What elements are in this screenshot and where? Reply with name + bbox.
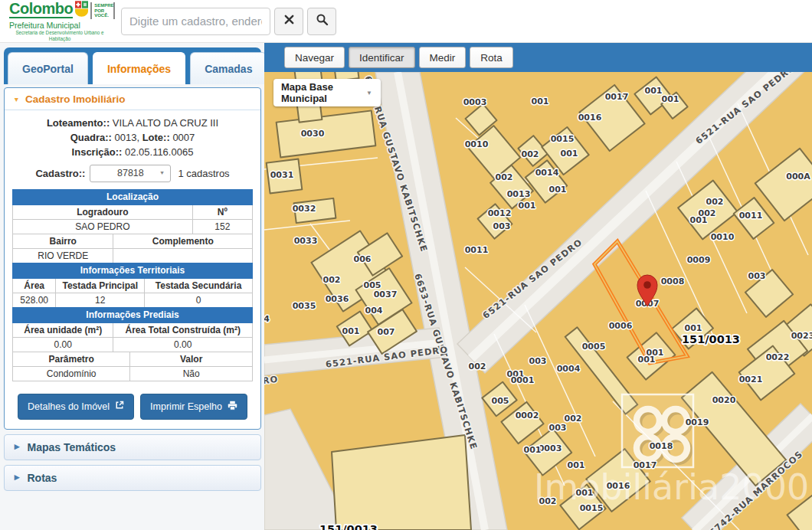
- parcel-label: 007: [378, 327, 395, 337]
- parcel-label: 001: [342, 326, 360, 336]
- detalhes-imovel-button[interactable]: Detalhes do Imóvel: [18, 394, 134, 420]
- parcel-label: 006: [354, 254, 372, 264]
- city-shield-icon: [75, 1, 88, 20]
- parcel-label: 003: [748, 271, 766, 281]
- cadastro-row: Cadastro:: 87818 ▼ 1 cadastros: [12, 165, 253, 182]
- parcel-label: 0037: [374, 290, 398, 299]
- parcel-label: 0005: [582, 342, 606, 352]
- parcel-label: 0015: [551, 134, 575, 144]
- clear-search-button[interactable]: [274, 8, 303, 35]
- parcel-label: 0014: [535, 168, 559, 178]
- cadastro-panel-header[interactable]: ▼ Cadastro Imobiliário: [5, 88, 260, 110]
- parcel-label: 0004: [557, 364, 581, 374]
- search-icon: [316, 13, 329, 29]
- accordion-mapas-tematicos[interactable]: ▶ Mapas Temáticos: [4, 434, 261, 460]
- search-input[interactable]: [121, 8, 270, 35]
- search-group: [121, 8, 336, 35]
- parcel-label: 001: [662, 94, 679, 104]
- parcel-label: 0010: [711, 232, 735, 242]
- parcel-label: 001: [685, 323, 702, 333]
- parcel-label: 151/0013: [682, 333, 740, 345]
- printer-icon: [228, 401, 237, 413]
- parcel-label: 0003: [539, 443, 562, 453]
- parcel-label: 001: [690, 215, 708, 225]
- parcel-label: 0002: [516, 411, 539, 420]
- parcel-label: 002: [706, 197, 724, 207]
- parcel-label: 0022: [766, 352, 790, 362]
- close-icon: [283, 14, 295, 28]
- cadastro-select[interactable]: 87818 ▼: [90, 165, 171, 182]
- prediais-table: Informações Prediais Área unidade (m²) Á…: [12, 307, 253, 352]
- parcel-label: 001: [645, 86, 663, 96]
- sidebar: GeoPortal Informações Camadas ▼ Cadastro…: [0, 43, 264, 530]
- cadastro-panel: ▼ Cadastro Imobiliário Loteamento:: VILA…: [4, 87, 261, 430]
- parcel-label: 0020: [712, 395, 736, 405]
- parcel-label: 000A: [786, 172, 810, 182]
- parcel-label: 002: [539, 496, 557, 506]
- map-area: Navegar Identificar Medir Rota: [264, 43, 812, 530]
- top-header: Colombo SEMPRE POR VOCÊ. Prefeitura Muni…: [0, 0, 812, 43]
- parcel-label: 0012: [488, 208, 512, 218]
- parcel-label: 002: [469, 362, 486, 371]
- accordion-rotas[interactable]: ▶ Rotas: [4, 465, 261, 491]
- parcel-label: 0009: [687, 255, 711, 265]
- territoriais-table: Informações Territoriais Área Testada Pr…: [12, 263, 253, 308]
- imprimir-espelho-button[interactable]: Imprimir Espelho: [140, 394, 247, 420]
- parcel-label: 0018: [650, 441, 673, 451]
- parcel-label: 002: [496, 172, 513, 182]
- parcel-label: 005: [492, 396, 509, 406]
- parcel-label: 003: [529, 356, 547, 366]
- parcel-label: 0023: [791, 331, 812, 341]
- parcel-label: 0011: [465, 245, 489, 255]
- tool-identificar-button[interactable]: Identificar: [349, 47, 415, 68]
- parcel-label: 0019: [686, 417, 709, 427]
- colombo-logo: Colombo SEMPRE POR VOCÊ. Prefeitura Muni…: [9, 1, 110, 42]
- parcel-label: 0021: [739, 375, 763, 384]
- parcel-label: 002: [565, 414, 582, 424]
- tool-medir-button[interactable]: Medir: [419, 47, 467, 68]
- basemap-select[interactable]: Mapa Base Municipal ▼: [273, 79, 381, 106]
- parcel-label: 4: [264, 314, 270, 324]
- parcel-label: 151/0013: [319, 523, 378, 530]
- chevron-down-icon: ▼: [159, 170, 165, 176]
- parcel-label: 0032: [293, 204, 316, 214]
- tab-camadas[interactable]: Camadas: [190, 52, 267, 84]
- parcel-label: 0003: [463, 97, 487, 107]
- parcel-label: 001: [524, 445, 542, 455]
- parcel-label: 001: [549, 185, 567, 195]
- map-svg[interactable]: Imobiliária2000 6653-RUA GUSTAVO KABITSC…: [264, 72, 812, 530]
- parcel-label: 001: [568, 460, 585, 470]
- chevron-down-icon: ▼: [366, 90, 372, 97]
- bairro-table: Bairro Complemento RIO VERDE: [12, 234, 253, 263]
- parcel-label: 002: [323, 275, 341, 285]
- parcel-label: 001: [561, 149, 578, 159]
- cadastro-panel-body: Loteamento:: VILA ALTO DA CRUZ III Quadr…: [5, 110, 260, 429]
- logo-slogan-badge: SEMPRE POR VOCÊ.: [90, 2, 115, 20]
- tool-rota-button[interactable]: Rota: [470, 47, 513, 68]
- parcel-label: 003: [549, 423, 567, 433]
- parcel-label: 0001: [511, 375, 535, 385]
- parcel-label: 001: [532, 97, 549, 106]
- parcel-label: 0036: [326, 294, 349, 304]
- tab-geoportal[interactable]: GeoPortal: [8, 52, 88, 84]
- parcel-label: 003: [493, 221, 511, 231]
- parcel-label: 001: [638, 355, 656, 365]
- logo-name: Colombo: [9, 1, 73, 18]
- parcel-label: 001: [576, 488, 594, 498]
- map-canvas[interactable]: Imobiliária2000 6653-RUA GUSTAVO KABITSC…: [264, 72, 812, 530]
- parcel-label: 0011: [739, 211, 763, 221]
- parcel-label: 002: [522, 149, 539, 159]
- parcel-label: 004: [365, 306, 383, 316]
- parcel-label: 0016: [607, 481, 630, 491]
- tool-navegar-button[interactable]: Navegar: [284, 47, 345, 68]
- external-link-icon: [115, 401, 124, 412]
- parametro-table: Parâmetro Valor Condomínio Não: [12, 352, 253, 381]
- panel-title: Cadastro Imobiliário: [25, 93, 126, 105]
- street-label: RO: [264, 374, 279, 386]
- tab-informacoes[interactable]: Informações: [93, 52, 185, 84]
- parcel-label: 0017: [605, 92, 629, 102]
- parcel-label: 001: [519, 201, 536, 211]
- search-button[interactable]: [307, 8, 336, 35]
- parcel-label: 0008: [661, 276, 685, 286]
- collapse-caret-icon: ▼: [13, 96, 20, 103]
